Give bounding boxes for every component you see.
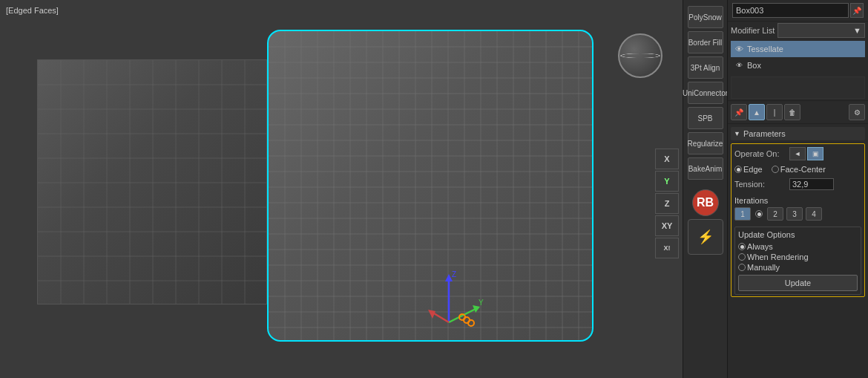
tension-field[interactable] <box>789 178 834 190</box>
face-center-label: Face-Center <box>780 165 826 174</box>
modifier-tool-move-up[interactable]: ▲ <box>749 104 765 120</box>
nav-sphere[interactable] <box>618 33 662 78</box>
star-btn[interactable]: ⚡ <box>688 219 723 255</box>
iterations-label: Iterations <box>734 196 861 205</box>
modifier-tool-delete[interactable]: 🗑 <box>784 104 800 120</box>
edge-label: Edge <box>743 165 763 174</box>
modifier-tool-configure[interactable]: ⚙ <box>849 104 865 120</box>
modifier-list-label: Modifier List <box>731 26 775 35</box>
bake-anim-btn[interactable]: BakeAnim <box>688 157 723 180</box>
cube-left <box>37 59 267 304</box>
uniconnector-btn[interactable]: UniConnector <box>688 82 723 104</box>
tessellate-eye[interactable]: 👁 <box>734 44 744 54</box>
modifier-preview-area <box>731 76 865 99</box>
object-name-field[interactable] <box>732 3 849 18</box>
viewport-axis-buttons: X Y Z XY X! <box>655 149 679 258</box>
svg-text:Z: Z <box>452 270 456 278</box>
operate-quads-btn[interactable]: ▣ <box>807 147 823 160</box>
nav-ring <box>620 53 660 59</box>
transform-gizmo: Z Y <box>419 267 486 333</box>
always-radio-item[interactable]: Always <box>738 242 858 251</box>
always-radio[interactable] <box>738 243 746 250</box>
modifier-stack: 👁 Tessellate 👁 Box <box>728 39 868 75</box>
tessellate-label: Tessellate <box>747 45 862 53</box>
edge-radio-item[interactable]: Edge <box>734 165 763 174</box>
when-rendering-radio-item[interactable]: When Rendering <box>738 252 858 261</box>
modifier-list-row: Modifier List ▼ <box>728 22 868 39</box>
nav-gizmo[interactable] <box>618 33 666 82</box>
parameters-section: ▼ Parameters Operate On: ◄ ▣ Edge <box>728 124 868 378</box>
update-button[interactable]: Update <box>738 275 858 291</box>
tension-label: Tension: <box>734 180 786 189</box>
modifier-tool-move-down[interactable]: | <box>766 104 783 120</box>
svg-text:Y: Y <box>479 299 484 307</box>
box-eye[interactable]: 👁 <box>734 60 744 71</box>
face-center-radio-item[interactable]: Face-Center <box>772 165 826 174</box>
modifier-box[interactable]: 👁 Box <box>731 57 865 74</box>
axis-y-btn[interactable]: Y <box>655 171 679 192</box>
axis-xi-btn[interactable]: X! <box>655 238 679 258</box>
manually-label: Manually <box>747 263 780 272</box>
iter-dot <box>755 210 763 218</box>
face-center-radio[interactable] <box>772 166 779 173</box>
polysnow-btn[interactable]: PolySnow <box>688 6 723 28</box>
params-title: Parameters <box>743 129 786 138</box>
parameters-body: Operate On: ◄ ▣ Edge Face-Center <box>731 143 865 297</box>
when-rendering-label: When Rendering <box>747 252 809 261</box>
axis-x-btn[interactable]: X <box>655 149 679 169</box>
pin-button[interactable]: 📌 <box>850 3 864 18</box>
iterations-buttons: 1 2 3 4 <box>734 207 861 221</box>
box-label: Box <box>747 61 862 70</box>
regularize-btn[interactable]: Regularize <box>688 132 723 154</box>
axis-z-btn[interactable]: Z <box>655 193 679 214</box>
object-name-header: 📌 <box>728 0 868 22</box>
operate-on-label: Operate On: <box>734 149 786 158</box>
tension-row: Tension: <box>734 177 861 192</box>
manually-radio-item[interactable]: Manually <box>738 263 858 272</box>
right-panel: 📌 Modifier List ▼ 👁 Tessellate 👁 Box 📌 ▲… <box>727 0 868 378</box>
parameters-header[interactable]: ▼ Parameters <box>731 127 865 140</box>
modifier-tessellate[interactable]: 👁 Tessellate <box>731 41 865 57</box>
spb-btn[interactable]: SPB <box>688 107 723 129</box>
update-options-title: Update Options <box>738 230 858 239</box>
modifier-tool-pin[interactable]: 📌 <box>731 104 747 120</box>
iter-btn-1[interactable]: 1 <box>734 207 751 221</box>
cube-left-grid <box>38 60 266 304</box>
axis-xy-btn[interactable]: XY <box>655 215 679 236</box>
update-options: Update Options Always When Rendering Man… <box>734 227 861 295</box>
toolbar-strip: PolySnow Border Fill 3Pt Align UniConnec… <box>683 0 727 378</box>
when-rendering-radio[interactable] <box>738 253 746 261</box>
viewport-3d[interactable]: [Edged Faces] <box>0 0 683 378</box>
manually-radio[interactable] <box>738 264 746 271</box>
modifier-toolbar: 📌 ▲ | 🗑 ⚙ <box>728 100 868 124</box>
operate-on-row: Operate On: ◄ ▣ <box>734 146 861 162</box>
iter-btn-4[interactable]: 4 <box>806 207 822 221</box>
params-arrow: ▼ <box>734 130 740 137</box>
iterations-section: Iterations 1 2 3 4 <box>734 195 861 222</box>
viewport-label: [Edged Faces] <box>6 6 59 15</box>
iter-btn-3[interactable]: 3 <box>786 207 803 221</box>
svg-point-66 <box>468 320 474 326</box>
iter-btn-2[interactable]: 2 <box>767 207 783 221</box>
always-label: Always <box>747 242 773 251</box>
modifier-dropdown[interactable]: ▼ <box>777 23 865 38</box>
rb-btn[interactable]: RB <box>692 189 719 216</box>
operate-triangles-btn[interactable]: ◄ <box>789 147 806 160</box>
edge-face-row: Edge Face-Center <box>734 162 861 177</box>
border-fill-btn[interactable]: Border Fill <box>688 31 723 53</box>
3pt-align-btn[interactable]: 3Pt Align <box>688 56 723 79</box>
edge-radio[interactable] <box>734 166 742 173</box>
